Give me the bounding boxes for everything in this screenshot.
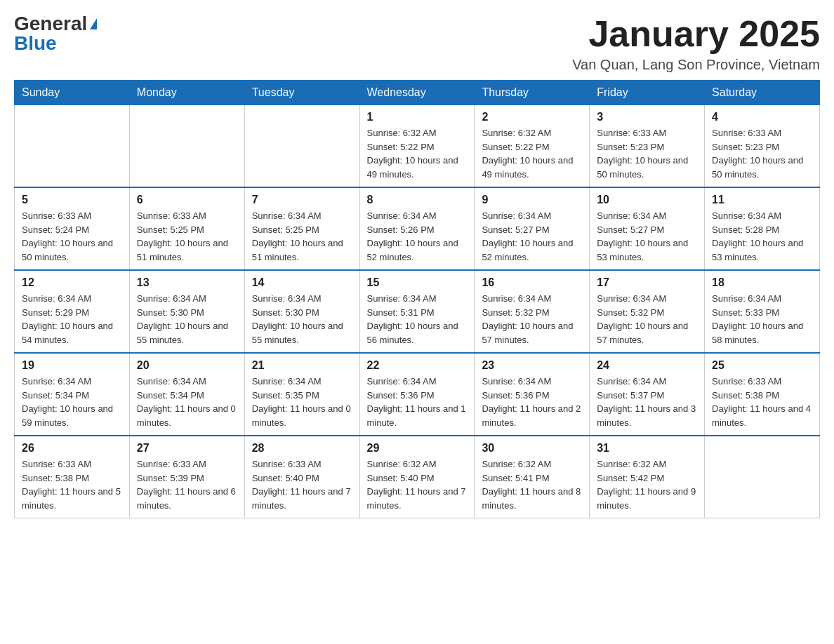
day-info: Sunrise: 6:32 AMSunset: 5:40 PMDaylight:… [367,457,468,512]
calendar-cell: 26Sunrise: 6:33 AMSunset: 5:38 PMDayligh… [15,436,130,518]
day-number: 8 [367,194,468,206]
day-info: Sunrise: 6:33 AMSunset: 5:25 PMDaylight:… [137,209,237,264]
day-number: 18 [712,276,812,289]
page-header: General Blue January 2025 Van Quan, Lang… [14,14,820,73]
day-info: Sunrise: 6:34 AMSunset: 5:36 PMDaylight:… [482,375,582,429]
calendar-cell: 18Sunrise: 6:34 AMSunset: 5:33 PMDayligh… [705,270,820,353]
day-info: Sunrise: 6:33 AMSunset: 5:38 PMDaylight:… [22,457,122,512]
calendar-cell [244,105,359,188]
day-number: 16 [482,276,582,289]
day-info: Sunrise: 6:33 AMSunset: 5:38 PMDaylight:… [712,375,812,429]
day-info: Sunrise: 6:33 AMSunset: 5:23 PMDaylight:… [712,126,812,181]
calendar-cell: 7Sunrise: 6:34 AMSunset: 5:25 PMDaylight… [244,187,359,270]
calendar-cell: 24Sunrise: 6:34 AMSunset: 5:37 PMDayligh… [590,353,705,436]
day-number: 5 [22,194,122,206]
day-number: 19 [22,359,122,372]
day-info: Sunrise: 6:34 AMSunset: 5:30 PMDaylight:… [252,292,352,347]
calendar-cell: 16Sunrise: 6:34 AMSunset: 5:32 PMDayligh… [475,270,590,353]
day-info: Sunrise: 6:34 AMSunset: 5:34 PMDaylight:… [22,375,122,429]
day-number: 30 [482,442,582,455]
day-number: 14 [252,276,352,289]
calendar-cell: 4Sunrise: 6:33 AMSunset: 5:23 PMDaylight… [705,105,820,188]
day-info: Sunrise: 6:34 AMSunset: 5:34 PMDaylight:… [137,375,237,429]
weekday-header-thursday: Thursday [475,81,590,105]
calendar-cell: 12Sunrise: 6:34 AMSunset: 5:29 PMDayligh… [15,270,130,353]
month-title: January 2025 [572,14,820,54]
calendar-cell: 28Sunrise: 6:33 AMSunset: 5:40 PMDayligh… [244,436,359,518]
day-number: 3 [597,111,697,123]
day-number: 29 [367,442,468,455]
day-number: 13 [137,276,237,289]
day-info: Sunrise: 6:34 AMSunset: 5:32 PMDaylight:… [597,292,697,347]
title-block: January 2025 Van Quan, Lang Son Province… [572,14,820,73]
day-number: 24 [597,359,697,372]
day-info: Sunrise: 6:33 AMSunset: 5:40 PMDaylight:… [252,457,352,512]
calendar-cell: 21Sunrise: 6:34 AMSunset: 5:35 PMDayligh… [244,353,359,436]
day-info: Sunrise: 6:32 AMSunset: 5:42 PMDaylight:… [597,457,697,512]
calendar-cell: 27Sunrise: 6:33 AMSunset: 5:39 PMDayligh… [129,436,244,518]
calendar-cell: 3Sunrise: 6:33 AMSunset: 5:23 PMDaylight… [590,105,705,188]
weekday-header-tuesday: Tuesday [244,81,359,105]
day-info: Sunrise: 6:32 AMSunset: 5:22 PMDaylight:… [482,126,582,181]
calendar-cell [705,436,820,518]
day-number: 7 [252,194,352,206]
day-info: Sunrise: 6:34 AMSunset: 5:27 PMDaylight:… [482,209,582,264]
weekday-header-monday: Monday [129,81,244,105]
day-info: Sunrise: 6:34 AMSunset: 5:32 PMDaylight:… [482,292,582,347]
logo-triangle-icon [90,18,97,29]
calendar-week-row: 19Sunrise: 6:34 AMSunset: 5:34 PMDayligh… [15,353,820,436]
calendar-cell: 1Sunrise: 6:32 AMSunset: 5:22 PMDaylight… [359,105,475,188]
day-number: 20 [137,359,237,372]
day-number: 11 [712,194,812,206]
day-info: Sunrise: 6:34 AMSunset: 5:26 PMDaylight:… [367,209,468,264]
day-number: 17 [597,276,697,289]
day-number: 15 [367,276,468,289]
day-number: 25 [712,359,812,372]
weekday-header-sunday: Sunday [15,81,130,105]
day-number: 9 [482,194,582,206]
calendar-cell: 10Sunrise: 6:34 AMSunset: 5:27 PMDayligh… [590,187,705,270]
day-info: Sunrise: 6:34 AMSunset: 5:33 PMDaylight:… [712,292,812,347]
calendar-cell: 17Sunrise: 6:34 AMSunset: 5:32 PMDayligh… [590,270,705,353]
day-info: Sunrise: 6:32 AMSunset: 5:41 PMDaylight:… [482,457,582,512]
day-number: 6 [137,194,237,206]
calendar-cell: 22Sunrise: 6:34 AMSunset: 5:36 PMDayligh… [359,353,475,436]
day-number: 27 [137,442,237,455]
day-info: Sunrise: 6:34 AMSunset: 5:29 PMDaylight:… [22,292,122,347]
logo-blue-text: Blue [14,34,57,53]
day-number: 2 [482,111,582,123]
calendar-cell: 8Sunrise: 6:34 AMSunset: 5:26 PMDaylight… [359,187,475,270]
logo: General Blue [14,14,97,53]
calendar-cell: 2Sunrise: 6:32 AMSunset: 5:22 PMDaylight… [475,105,590,188]
location-text: Van Quan, Lang Son Province, Vietnam [572,57,820,73]
calendar-week-row: 1Sunrise: 6:32 AMSunset: 5:22 PMDaylight… [15,105,820,188]
calendar-cell: 13Sunrise: 6:34 AMSunset: 5:30 PMDayligh… [129,270,244,353]
weekday-header-saturday: Saturday [705,81,820,105]
day-info: Sunrise: 6:34 AMSunset: 5:28 PMDaylight:… [712,209,812,264]
day-number: 10 [597,194,697,206]
day-info: Sunrise: 6:34 AMSunset: 5:35 PMDaylight:… [252,375,352,429]
weekday-header-row: SundayMondayTuesdayWednesdayThursdayFrid… [15,81,820,105]
day-number: 23 [482,359,582,372]
day-number: 28 [252,442,352,455]
calendar-week-row: 12Sunrise: 6:34 AMSunset: 5:29 PMDayligh… [15,270,820,353]
calendar-cell [129,105,244,188]
calendar-cell: 23Sunrise: 6:34 AMSunset: 5:36 PMDayligh… [475,353,590,436]
calendar-cell: 11Sunrise: 6:34 AMSunset: 5:28 PMDayligh… [705,187,820,270]
calendar-week-row: 26Sunrise: 6:33 AMSunset: 5:38 PMDayligh… [15,436,820,518]
calendar-cell: 20Sunrise: 6:34 AMSunset: 5:34 PMDayligh… [129,353,244,436]
day-info: Sunrise: 6:34 AMSunset: 5:37 PMDaylight:… [597,375,697,429]
day-info: Sunrise: 6:33 AMSunset: 5:23 PMDaylight:… [597,126,697,181]
calendar-cell: 25Sunrise: 6:33 AMSunset: 5:38 PMDayligh… [705,353,820,436]
day-number: 21 [252,359,352,372]
calendar-cell: 29Sunrise: 6:32 AMSunset: 5:40 PMDayligh… [359,436,475,518]
day-number: 1 [367,111,468,123]
calendar-cell: 14Sunrise: 6:34 AMSunset: 5:30 PMDayligh… [244,270,359,353]
day-number: 22 [367,359,468,372]
calendar-week-row: 5Sunrise: 6:33 AMSunset: 5:24 PMDaylight… [15,187,820,270]
day-info: Sunrise: 6:34 AMSunset: 5:30 PMDaylight:… [137,292,237,347]
calendar-cell: 15Sunrise: 6:34 AMSunset: 5:31 PMDayligh… [359,270,475,353]
day-number: 26 [22,442,122,455]
day-number: 12 [22,276,122,289]
day-info: Sunrise: 6:32 AMSunset: 5:22 PMDaylight:… [367,126,468,181]
